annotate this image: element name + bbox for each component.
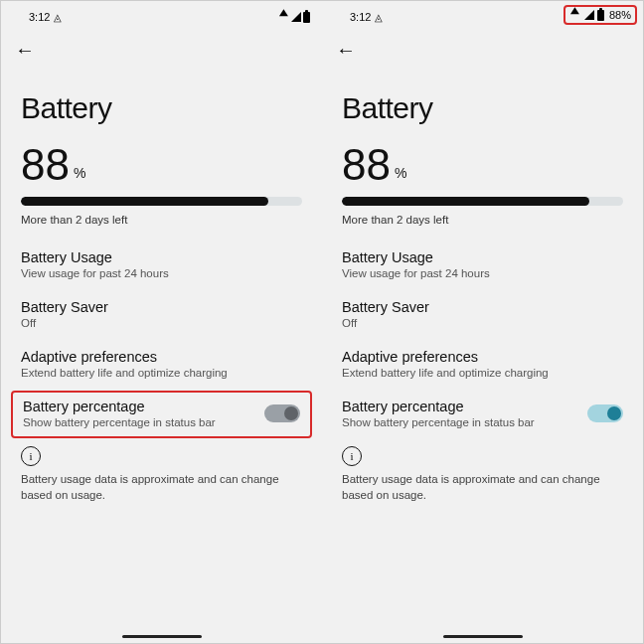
info-row: i	[1, 438, 322, 468]
item-desc: Extend battery life and optimize chargin…	[21, 367, 302, 379]
phone-right: 3:12 ◬ 88% ← Battery 88 % More than 2 d	[322, 1, 643, 643]
battery-icon	[597, 10, 604, 21]
signal-icon	[584, 10, 594, 20]
signal-icon	[291, 12, 301, 22]
battery-percentage-item[interactable]: Battery percentage Show battery percenta…	[23, 399, 300, 428]
item-title: Adaptive preferences	[342, 349, 623, 365]
notif-icon: ◬	[375, 12, 383, 23]
nav-pill[interactable]	[122, 635, 202, 638]
info-row: i	[322, 438, 643, 468]
item-desc: Off	[21, 317, 302, 329]
battery-percentage-item[interactable]: Battery percentage Show battery percenta…	[322, 389, 643, 438]
battery-level: 88 %	[1, 143, 322, 193]
status-bar: 3:12 ◬	[1, 1, 322, 29]
back-arrow-icon[interactable]: ←	[336, 39, 356, 62]
item-desc: Show battery percentage in status bar	[342, 416, 535, 428]
nav-pill[interactable]	[443, 635, 523, 638]
info-icon[interactable]: i	[21, 446, 41, 466]
item-title: Battery Saver	[21, 299, 302, 315]
battery-estimate: More than 2 days left	[1, 212, 322, 240]
highlight-box-statusbar: 88%	[564, 5, 637, 25]
status-bar: 3:12 ◬ 88%	[322, 1, 643, 29]
item-desc: Extend battery life and optimize chargin…	[342, 367, 623, 379]
battery-level-number: 88	[342, 143, 391, 187]
battery-saver-item[interactable]: Battery Saver Off	[322, 289, 643, 339]
adaptive-preferences-item[interactable]: Adaptive preferences Extend battery life…	[1, 339, 322, 389]
battery-saver-item[interactable]: Battery Saver Off	[1, 289, 322, 339]
battery-bar	[322, 193, 643, 212]
battery-estimate: More than 2 days left	[322, 212, 643, 240]
page-title: Battery	[1, 62, 322, 143]
battery-percentage-toggle[interactable]	[264, 404, 300, 422]
highlight-box-row: Battery percentage Show battery percenta…	[11, 391, 312, 438]
status-time: 3:12	[350, 11, 371, 23]
battery-percentage-toggle[interactable]	[587, 404, 623, 422]
battery-usage-item[interactable]: Battery Usage View usage for past 24 hou…	[322, 240, 643, 289]
battery-bar	[1, 193, 322, 212]
wifi-icon	[569, 9, 581, 21]
adaptive-preferences-item[interactable]: Adaptive preferences Extend battery life…	[322, 339, 643, 389]
battery-level-number: 88	[21, 143, 70, 187]
page-title: Battery	[322, 62, 643, 143]
battery-level-symbol: %	[74, 165, 85, 181]
item-title: Battery Saver	[342, 299, 623, 315]
item-title: Battery Usage	[21, 249, 302, 265]
status-time: 3:12	[29, 11, 50, 23]
battery-usage-item[interactable]: Battery Usage View usage for past 24 hou…	[1, 240, 322, 289]
item-desc: View usage for past 24 hours	[21, 267, 302, 279]
wifi-icon	[277, 11, 289, 23]
item-title: Battery percentage	[342, 399, 535, 414]
phone-left: 3:12 ◬ ← Battery 88 % More than 2 days l…	[1, 1, 322, 643]
battery-level-symbol: %	[395, 165, 406, 181]
item-desc: View usage for past 24 hours	[342, 267, 623, 279]
info-icon[interactable]: i	[342, 446, 362, 466]
item-title: Battery percentage	[23, 399, 216, 414]
item-desc: Off	[342, 317, 623, 329]
notif-icon: ◬	[54, 12, 62, 23]
item-title: Adaptive preferences	[21, 349, 302, 365]
back-arrow-icon[interactable]: ←	[15, 39, 35, 62]
item-desc: Show battery percentage in status bar	[23, 416, 216, 428]
footnote: Battery usage data is approximate and ca…	[322, 468, 643, 513]
footnote: Battery usage data is approximate and ca…	[1, 468, 322, 513]
status-battery-pct: 88%	[609, 9, 631, 21]
item-title: Battery Usage	[342, 249, 623, 265]
battery-icon	[303, 12, 310, 23]
battery-level: 88 %	[322, 143, 643, 193]
